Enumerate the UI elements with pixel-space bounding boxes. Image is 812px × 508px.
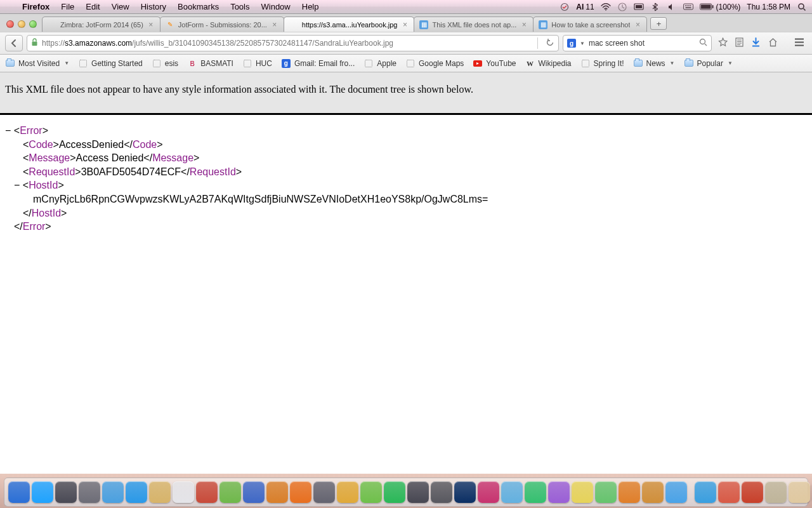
- dock-app[interactable]: [8, 481, 30, 503]
- home-icon[interactable]: [768, 37, 778, 50]
- spotlight-icon[interactable]: [797, 2, 807, 12]
- bookmark-label: Getting Started: [91, 59, 143, 68]
- browser-tab[interactable]: ▦How to take a screenshot×: [533, 17, 647, 32]
- back-button[interactable]: [5, 35, 23, 51]
- menu-view[interactable]: View: [106, 0, 135, 14]
- dock-app[interactable]: [219, 481, 241, 503]
- menu-window[interactable]: Window: [256, 0, 296, 14]
- dock-app[interactable]: [665, 481, 687, 503]
- dock-app[interactable]: [126, 481, 147, 503]
- dock-app[interactable]: [266, 481, 288, 503]
- dock-app[interactable]: [196, 481, 218, 503]
- search-bar[interactable]: g ▼ mac screen shot: [563, 35, 712, 51]
- bookmark-item[interactable]: Google Maps: [405, 58, 464, 69]
- window-zoom-button[interactable]: [29, 20, 37, 28]
- hamburger-menu-icon[interactable]: [794, 37, 804, 49]
- new-tab-button[interactable]: +: [650, 17, 667, 30]
- bookmark-item[interactable]: gGmail: Email fro...: [281, 58, 355, 69]
- bluetooth-icon[interactable]: [650, 2, 660, 12]
- wikipedia-icon: W: [525, 58, 535, 69]
- bookmark-label: esis: [165, 59, 178, 68]
- bookmark-item[interactable]: Most Visited▼: [5, 58, 69, 69]
- menu-edit[interactable]: Edit: [80, 0, 105, 14]
- tab-close-icon[interactable]: ×: [271, 21, 278, 29]
- reader-icon[interactable]: [735, 37, 743, 50]
- dock-app[interactable]: [313, 481, 335, 503]
- dock-app[interactable]: [32, 481, 53, 503]
- keyboard-icon[interactable]: [683, 2, 693, 12]
- lock-icon: [31, 38, 38, 48]
- menu-bookmarks[interactable]: Bookmarks: [172, 0, 225, 14]
- tab-close-icon[interactable]: ×: [634, 21, 641, 29]
- dock-app[interactable]: [454, 481, 476, 503]
- dock-app[interactable]: [572, 481, 593, 503]
- timemachine-icon[interactable]: [617, 2, 627, 12]
- dock-app[interactable]: [501, 481, 523, 503]
- wifi-icon[interactable]: [601, 2, 611, 12]
- bookmark-item[interactable]: BBASMATI: [187, 58, 233, 69]
- status-icon[interactable]: [560, 2, 570, 12]
- bookmark-item[interactable]: esis: [152, 58, 178, 69]
- window-close-button[interactable]: [6, 20, 14, 28]
- tab-close-icon[interactable]: ×: [520, 21, 528, 29]
- dock-app[interactable]: [695, 481, 716, 503]
- bookmark-item[interactable]: Spring It!: [580, 58, 624, 69]
- bookmark-item[interactable]: HUC: [242, 58, 272, 69]
- downloads-icon[interactable]: [751, 37, 761, 50]
- dock-app[interactable]: [765, 481, 787, 503]
- dock-app[interactable]: [642, 481, 664, 503]
- search-engine-dropdown-icon[interactable]: ▼: [580, 41, 585, 46]
- dock-app[interactable]: [619, 481, 640, 503]
- dock-app[interactable]: [149, 481, 171, 503]
- dock-app[interactable]: [407, 481, 429, 503]
- bookmark-item[interactable]: YouTube: [473, 58, 516, 69]
- dock-app[interactable]: [290, 481, 311, 503]
- clock[interactable]: Thu 1:58 PM: [747, 3, 790, 11]
- adobe-indicator[interactable]: AI11: [576, 3, 594, 11]
- dock-app[interactable]: [360, 481, 382, 503]
- dock-app[interactable]: [718, 481, 740, 503]
- bookmark-item[interactable]: WWikipedia: [525, 58, 572, 69]
- dock-app[interactable]: [525, 481, 546, 503]
- browser-tab[interactable]: https://s3.ama...iuYearbook.jpg×: [284, 17, 415, 32]
- window-minimize-button[interactable]: [18, 20, 25, 28]
- dock-app[interactable]: [478, 481, 499, 503]
- dock-app[interactable]: [595, 481, 617, 503]
- app-name[interactable]: Firefox: [16, 0, 55, 14]
- menu-history[interactable]: History: [135, 0, 172, 14]
- svg-rect-9: [690, 5, 691, 6]
- dock-app[interactable]: [384, 481, 405, 503]
- dock-app[interactable]: [243, 481, 265, 503]
- tab-close-icon[interactable]: ×: [401, 21, 409, 29]
- bookmark-item[interactable]: News▼: [633, 58, 675, 69]
- dock-app[interactable]: [337, 481, 358, 503]
- menu-tools[interactable]: Tools: [225, 0, 255, 14]
- basmati-icon: B: [187, 58, 197, 69]
- menu-file[interactable]: File: [55, 0, 80, 14]
- menu-help[interactable]: Help: [296, 0, 325, 14]
- bookmark-item[interactable]: Popular▼: [684, 58, 733, 69]
- volume-icon[interactable]: [667, 2, 677, 12]
- bookmark-item[interactable]: Getting Started: [78, 58, 143, 69]
- dock-app[interactable]: [102, 481, 124, 503]
- collapse-toggle[interactable]: −: [5, 125, 14, 136]
- reload-button[interactable]: [546, 38, 554, 49]
- browser-tab[interactable]: ▦This XML file does not ap...×: [414, 17, 534, 32]
- dock-app[interactable]: [55, 481, 77, 503]
- dock-app[interactable]: [789, 481, 810, 503]
- bookmark-item[interactable]: Apple: [363, 58, 396, 69]
- display-icon[interactable]: [634, 2, 644, 12]
- browser-tab[interactable]: Zimbra: JotForm 2014 (65)×: [42, 17, 160, 32]
- dock-app[interactable]: [173, 481, 194, 503]
- tab-close-icon[interactable]: ×: [147, 21, 155, 29]
- url-bar[interactable]: https://s3.amazonaws.com/jufs/willis_b/3…: [27, 35, 559, 51]
- browser-tab[interactable]: ✎JotForm - Submissions: 20...×: [160, 17, 284, 32]
- battery-indicator[interactable]: (100%): [700, 3, 741, 11]
- dock-app[interactable]: [431, 481, 452, 503]
- search-go-icon[interactable]: [699, 38, 707, 48]
- dock-app[interactable]: [548, 481, 570, 503]
- dock-app[interactable]: [742, 481, 763, 503]
- bookmark-star-icon[interactable]: [718, 37, 728, 50]
- collapse-toggle[interactable]: −: [14, 180, 23, 190]
- dock-app[interactable]: [79, 481, 100, 503]
